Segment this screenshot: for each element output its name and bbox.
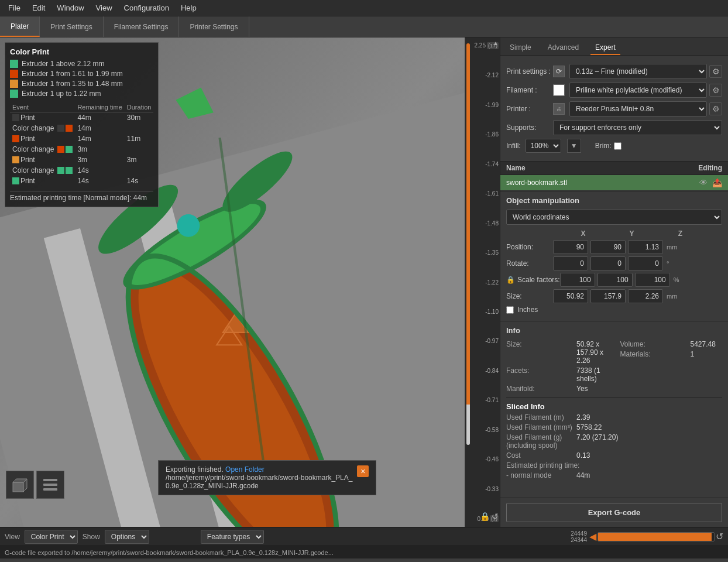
brim-checkbox[interactable] bbox=[614, 142, 621, 150]
scale-inputs: 100 100 100 % bbox=[560, 273, 722, 287]
printer-gear[interactable]: ⚙ bbox=[709, 102, 722, 115]
info-size-val: 50.92 x 157.90 x 2.26 bbox=[576, 340, 609, 365]
size-y-input[interactable]: 157.9 bbox=[590, 289, 626, 303]
progress-controls: ◀ ↺ bbox=[589, 531, 723, 542]
ruler-top-value: 2.25 bbox=[475, 42, 486, 49]
event-duration-0: 30m bbox=[125, 112, 154, 124]
extruder-swatch-1 bbox=[10, 60, 18, 68]
size-z-input[interactable]: 2.26 bbox=[628, 289, 663, 303]
object-edit-btn[interactable]: 📤 bbox=[712, 178, 722, 187]
manipulation-title: Object manipulation bbox=[506, 196, 722, 205]
print-settings-select[interactable]: 0.13z – Fine (modified) bbox=[569, 64, 707, 79]
event-label-0: Print bbox=[20, 114, 35, 122]
extruder-item-2: Extruder 1 from 1.61 to 1.99 mm bbox=[10, 70, 153, 78]
ruler-v3: -1.86 bbox=[466, 131, 499, 138]
printer-select[interactable]: Reeder Prusa Mini+ 0.8n bbox=[569, 101, 707, 116]
open-folder-link[interactable]: Open Folder bbox=[225, 465, 265, 474]
size-inputs: 50.92 157.9 2.26 mm bbox=[553, 289, 722, 303]
rotate-x-input[interactable]: 0 bbox=[553, 256, 588, 270]
info-facets-key: Facets: bbox=[506, 366, 576, 383]
extruder-label-4: Extruder 1 up to 1.22 mm bbox=[22, 90, 101, 98]
notif-path: /home/jeremy/print/sword-bookmark/sword-… bbox=[166, 474, 352, 482]
filament-select[interactable]: Priline white polylactide (modified) bbox=[569, 83, 707, 98]
tab-filament-settings[interactable]: Filament Settings bbox=[104, 16, 180, 37]
nav-cube bbox=[6, 471, 64, 499]
info-col-right: Volume: 5427.48 Materials: 1 bbox=[620, 338, 723, 395]
sliced-est-normal-row: - normal mode 44m bbox=[506, 471, 722, 479]
extruder-swatch-4 bbox=[10, 90, 18, 98]
infill-dropdown-btn[interactable]: ▼ bbox=[567, 139, 581, 153]
tab-plater[interactable]: Plater bbox=[0, 16, 40, 37]
size-row: Size: 50.92 157.9 2.26 mm bbox=[506, 289, 722, 303]
menu-window[interactable]: Window bbox=[51, 1, 90, 15]
sliced-cost-row: Cost 0.13 bbox=[506, 451, 722, 460]
progress-reset-btn[interactable]: ↺ bbox=[716, 531, 723, 542]
info-manifold-key: Manifold: bbox=[506, 385, 576, 393]
view-label: View bbox=[5, 533, 20, 541]
supports-select[interactable]: For support enforcers only bbox=[553, 120, 722, 135]
object-visibility-btn[interactable]: 👁 bbox=[699, 178, 708, 187]
inches-checkbox[interactable] bbox=[506, 306, 514, 314]
infill-select[interactable]: 100% bbox=[526, 139, 561, 153]
ruler-lock-btn[interactable]: 🔒 bbox=[480, 512, 490, 521]
progress-nums: 24449 24344 bbox=[571, 530, 587, 543]
ruler-arrow-up[interactable]: ▲ bbox=[493, 40, 499, 46]
menu-help[interactable]: Help bbox=[175, 1, 202, 15]
position-z-input[interactable]: 1.13 bbox=[628, 240, 663, 254]
svg-rect-18 bbox=[43, 479, 57, 481]
info-materials-key: Materials: bbox=[620, 350, 691, 358]
menu-edit[interactable]: Edit bbox=[26, 1, 51, 15]
printer-row: Printer : 🖨 Reeder Prusa Mini+ 0.8n ⚙ bbox=[506, 101, 722, 116]
brim-label: Brim: bbox=[595, 142, 612, 150]
tab-print-settings[interactable]: Print Settings bbox=[40, 16, 103, 37]
ruler-reset-btn[interactable]: ↺ bbox=[492, 512, 499, 521]
object-row: sword-bookmark.stl 👁 📤 bbox=[500, 175, 728, 191]
ruler-v14: -0.46 bbox=[466, 456, 499, 462]
menu-view[interactable]: View bbox=[90, 1, 118, 15]
scale-unit: % bbox=[674, 276, 685, 283]
scale-x-input[interactable]: 100 bbox=[560, 273, 595, 287]
notification-close-button[interactable]: × bbox=[357, 465, 369, 477]
rotate-z-input[interactable]: 0 bbox=[628, 256, 663, 270]
filament-gear[interactable]: ⚙ bbox=[709, 84, 722, 97]
menu-configuration[interactable]: Configuration bbox=[118, 1, 175, 15]
scale-z-input[interactable]: 100 bbox=[635, 273, 670, 287]
tab-printer-settings[interactable]: Printer Settings bbox=[179, 16, 249, 37]
xyz-headers: X Y Z bbox=[506, 229, 722, 238]
viewport[interactable]: Color Print Extruder 1 above 2.12 mm Ext… bbox=[0, 37, 465, 527]
extruder-label-2: Extruder 1 from 1.61 to 1.99 mm bbox=[22, 70, 123, 78]
event-table: Event Remaining time Duration Print 44m … bbox=[10, 102, 153, 186]
size-x-input[interactable]: 50.92 bbox=[553, 289, 588, 303]
rotate-y-input[interactable]: 0 bbox=[590, 256, 626, 270]
nav-cube-3d[interactable] bbox=[6, 471, 34, 499]
options-select[interactable]: Options bbox=[105, 530, 149, 544]
extruder-swatch-3 bbox=[10, 80, 18, 88]
sliced-filament-g-row: Used Filament (g)(including spool) 7.20 … bbox=[506, 433, 722, 450]
scale-y-input[interactable]: 100 bbox=[597, 273, 633, 287]
info-col-left: Size: 50.92 x 157.90 x 2.26 Facets: 7338… bbox=[506, 338, 609, 395]
feature-types-select[interactable]: Feature types bbox=[201, 530, 264, 544]
tab-expert[interactable]: Expert bbox=[590, 41, 620, 55]
menu-file[interactable]: File bbox=[2, 1, 26, 15]
lock-icon[interactable]: 🔒 bbox=[506, 276, 515, 284]
coord-mode-select[interactable]: World coordinates bbox=[506, 210, 722, 225]
ruler-v4: -1.74 bbox=[466, 161, 499, 167]
sliced-mm3-val: 5758.22 bbox=[576, 423, 602, 431]
tab-advanced[interactable]: Advanced bbox=[543, 41, 583, 55]
export-gcode-button[interactable]: Export G-code bbox=[506, 503, 722, 522]
position-unit: mm bbox=[667, 244, 678, 251]
info-volume-key: Volume: bbox=[620, 340, 691, 348]
progress-bar[interactable] bbox=[597, 532, 715, 542]
progress-left-arrow[interactable]: ◀ bbox=[589, 531, 596, 542]
nav-layers-btn[interactable] bbox=[36, 471, 64, 499]
color-print-select[interactable]: Color Print bbox=[25, 530, 78, 544]
info-manifold-val: Yes bbox=[576, 385, 588, 393]
extruder-item-3: Extruder 1 from 1.35 to 1.48 mm bbox=[10, 80, 153, 88]
position-y-input[interactable]: 90 bbox=[590, 240, 626, 254]
position-x-input[interactable]: 90 bbox=[553, 240, 588, 254]
ruler-v6: -1.48 bbox=[466, 220, 499, 227]
print-settings-gear[interactable]: ⚙ bbox=[709, 65, 722, 78]
table-row: Color change 14s bbox=[10, 165, 153, 176]
tab-simple[interactable]: Simple bbox=[505, 41, 536, 55]
rotate-row: Rotate: 0 0 0 ° bbox=[506, 256, 722, 270]
